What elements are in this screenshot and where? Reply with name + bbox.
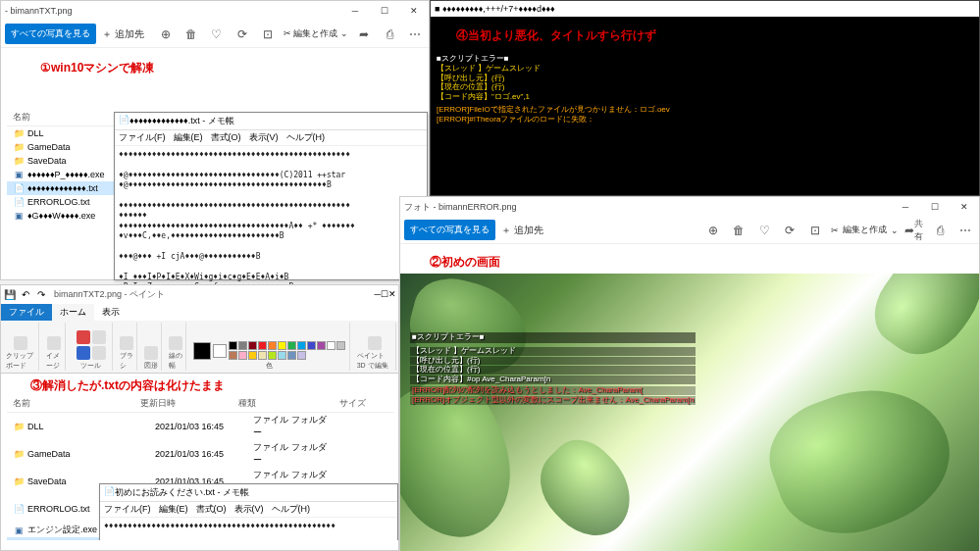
file-row[interactable]: 📁SaveData <box>7 154 125 168</box>
text-icon[interactable] <box>77 346 90 360</box>
color-swatch[interactable] <box>327 341 335 350</box>
color2[interactable] <box>213 344 227 358</box>
paint-title: bimannTXT2.png - ペイント <box>48 288 165 301</box>
file-row[interactable]: 📄ERRORLOG.txt <box>7 195 125 209</box>
minimize-button[interactable]: ─ <box>891 197 920 217</box>
share-icon[interactable]: ➦ 共有 <box>904 221 924 240</box>
menu-item[interactable]: 編集(E) <box>174 131 203 144</box>
add-to-button[interactable]: ＋ 追加先 <box>501 224 543 237</box>
all-photos-button[interactable]: すべての写真を見る <box>5 24 96 44</box>
delete-icon[interactable]: 🗑 <box>729 221 748 240</box>
print-icon[interactable]: ⎙ <box>930 221 950 240</box>
color-swatch[interactable] <box>248 341 257 350</box>
rotate-icon[interactable]: ⟳ <box>780 221 799 240</box>
color-swatch[interactable] <box>287 341 296 350</box>
notepad-icon: 📄 <box>119 115 129 127</box>
all-photos-button[interactable]: すべての写真を見る <box>404 220 495 240</box>
menu-item[interactable]: ファイル(F) <box>104 503 151 516</box>
col-name[interactable]: 名前 <box>13 111 119 124</box>
minimize-button[interactable]: ─ <box>340 1 370 21</box>
paint-canvas[interactable]: ③解消したが.txtの内容は化けたまま 名前 更新日時 種類 サイズ 📁DLL2… <box>1 374 398 540</box>
col-name[interactable]: 名前 <box>13 397 140 410</box>
close-button[interactable]: ✕ <box>950 197 979 217</box>
file-row[interactable]: ▣♦♦♦♦♦♦P_♦♦♦♦♦.exe <box>7 168 125 181</box>
close-button[interactable]: ✕ <box>388 289 396 299</box>
zoom-icon[interactable]: ⊕ <box>156 25 176 44</box>
menu-item[interactable]: 書式(O) <box>196 503 227 516</box>
color-swatch[interactable] <box>278 341 286 350</box>
color-swatch[interactable] <box>229 341 237 350</box>
crop-icon[interactable]: ⊡ <box>258 25 278 44</box>
file-row[interactable]: 📁GameData2021/01/03 16:45ファイル フォルダー <box>7 440 394 468</box>
menu-item[interactable]: 表示(V) <box>249 131 279 144</box>
menu-item[interactable]: ヘルプ(H) <box>272 503 311 516</box>
color-swatch[interactable] <box>238 341 247 350</box>
maximize-button[interactable]: ☐ <box>381 289 388 299</box>
color-swatch[interactable] <box>317 341 326 350</box>
shapes-icon[interactable] <box>144 346 158 360</box>
script-error-header: ■スクリプトエラー■ <box>410 332 696 343</box>
close-button[interactable]: ✕ <box>399 1 429 21</box>
color-swatch[interactable] <box>297 341 306 350</box>
color-swatch[interactable] <box>258 351 267 360</box>
undo-icon[interactable]: ↶ <box>19 287 32 301</box>
color-swatch[interactable] <box>248 351 257 360</box>
pencil-icon[interactable] <box>77 330 90 344</box>
favorite-icon[interactable]: ♡ <box>207 25 227 44</box>
color-swatch[interactable] <box>268 341 277 350</box>
more-icon[interactable]: ⋯ <box>955 221 975 240</box>
menu-item[interactable]: ファイル(F) <box>119 131 166 144</box>
color1[interactable] <box>193 342 211 360</box>
col-size[interactable]: サイズ <box>317 397 366 410</box>
line-width-icon[interactable] <box>169 336 182 350</box>
menu-item[interactable]: ヘルプ(H) <box>286 131 326 144</box>
brush-icon[interactable] <box>120 336 133 350</box>
menu-item[interactable]: 編集(E) <box>159 503 188 516</box>
color-swatch[interactable] <box>336 341 345 350</box>
color-swatch[interactable] <box>307 341 316 350</box>
edit-create-button[interactable]: ✂ 編集と作成 ⌄ <box>284 27 348 40</box>
file-row[interactable]: 📁GameData <box>7 140 125 154</box>
crop-icon[interactable]: ⊡ <box>805 221 825 240</box>
fill-icon[interactable] <box>92 330 106 344</box>
maximize-button[interactable]: ☐ <box>920 197 950 217</box>
col-type[interactable]: 種類 <box>238 397 317 410</box>
paint3d-icon[interactable] <box>368 336 382 350</box>
color-swatch[interactable] <box>287 351 296 360</box>
eraser-icon[interactable] <box>92 346 106 360</box>
redo-icon[interactable]: ↷ <box>34 287 48 301</box>
color-swatch[interactable] <box>278 351 286 360</box>
edit-create-button[interactable]: ✂ 編集と作成 ⌄ <box>831 224 899 236</box>
col-date[interactable]: 更新日時 <box>140 397 238 410</box>
game-title: ■ ♦♦♦♦♦♦♦♦♦,+++/+7+♦♦♦♦d♦♦♦ <box>435 4 555 14</box>
menu-item[interactable]: 書式(O) <box>211 131 241 144</box>
print-icon[interactable]: ⎙ <box>380 25 399 44</box>
share-icon[interactable]: ➦ <box>354 25 374 44</box>
maximize-button[interactable]: ☐ <box>370 1 399 21</box>
select-icon[interactable] <box>47 336 61 350</box>
color-swatch[interactable] <box>258 341 267 350</box>
color-swatch[interactable] <box>268 351 277 360</box>
color-swatch[interactable] <box>229 351 237 360</box>
file-tab[interactable]: ファイル <box>1 304 52 321</box>
file-row[interactable]: ▣♦G♦♦♦W♦♦♦♦.exe <box>7 209 125 223</box>
file-row[interactable]: 📄♦♦♦♦♦♦♦♦♦♦♦♦♦.txt <box>7 181 125 195</box>
annotation-2: ②初めの画面 <box>430 254 500 271</box>
menu-item[interactable]: 表示(V) <box>234 503 264 516</box>
home-tab[interactable]: ホーム <box>52 304 94 321</box>
paste-icon[interactable] <box>14 336 27 350</box>
file-row[interactable]: 📁DLL <box>7 126 125 140</box>
zoom-icon[interactable]: ⊕ <box>703 221 723 240</box>
color-swatch[interactable] <box>238 351 247 360</box>
save-icon[interactable]: 💾 <box>3 287 17 301</box>
color-swatch[interactable] <box>297 351 306 360</box>
more-icon[interactable]: ⋯ <box>405 25 425 44</box>
notepad-body[interactable]: ♦♦♦♦♦♦♦♦♦♦♦♦♦♦♦♦♦♦♦♦♦♦♦♦♦♦♦♦♦♦♦♦♦♦♦♦♦♦♦♦… <box>100 518 397 540</box>
rotate-icon[interactable]: ⟳ <box>232 25 252 44</box>
delete-icon[interactable]: 🗑 <box>181 25 201 44</box>
game-window-black: ■ ♦♦♦♦♦♦♦♦♦,+++/+7+♦♦♦♦d♦♦♦ ④当初より悪化、タイトル… <box>430 0 980 196</box>
add-to-button[interactable]: ＋ 追加先 <box>102 27 144 41</box>
favorite-icon[interactable]: ♡ <box>754 221 774 240</box>
view-tab[interactable]: 表示 <box>94 304 128 321</box>
file-row[interactable]: 📁DLL2021/01/03 16:45ファイル フォルダー <box>7 413 394 440</box>
